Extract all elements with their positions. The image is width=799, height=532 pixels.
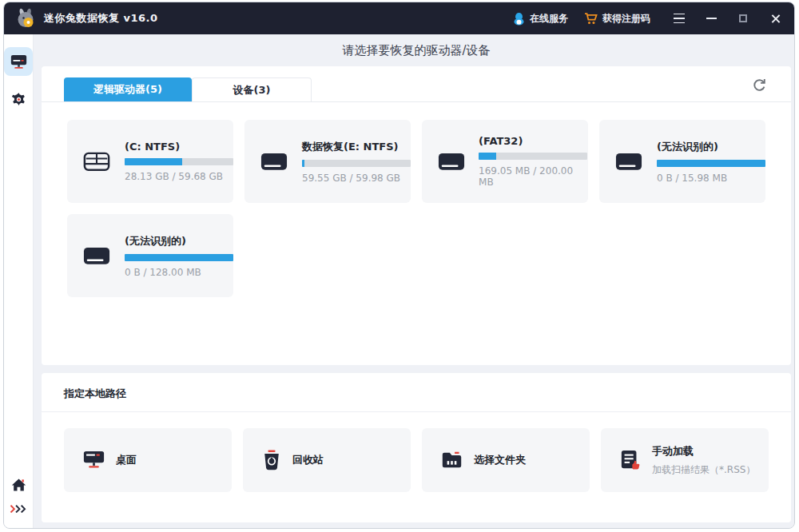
path-card-select-folder[interactable]: 选择文件夹 [422, 428, 590, 492]
title-bar: 迷你兔数据恢复 v16.0 在线服务 获得注册码 [4, 2, 794, 34]
cart-icon [584, 13, 598, 25]
drive-grid: (C: NTFS) 28.13 GB / 59.68 GB [67, 120, 765, 297]
drive-name: 数据恢复(E: NTFS) [302, 140, 411, 154]
app-logo-rabbit-icon [15, 8, 36, 29]
drive-name: (FAT32) [479, 135, 588, 147]
close-button[interactable] [769, 12, 781, 25]
drive-card-unknown-1[interactable]: (无法识别的) 0 B / 15.98 MB [599, 120, 765, 203]
path-sublabel: 加载扫描结果（*.RSS） [652, 463, 755, 477]
drive-size: 59.55 GB / 59.98 GB [302, 173, 411, 184]
drive-size: 169.05 MB / 200.00 MB [479, 165, 588, 188]
tab-devices[interactable]: 设备(3) [192, 77, 312, 101]
sidebar-item-settings[interactable] [11, 92, 26, 107]
drive-usage-bar [657, 160, 765, 167]
desktop-icon [83, 451, 105, 469]
gear-icon [11, 92, 26, 107]
drive-size: 0 B / 128.00 MB [125, 267, 233, 278]
app-window: 迷你兔数据恢复 v16.0 在线服务 获得注册码 [3, 2, 795, 529]
local-paths-title: 指定本地路径 [42, 373, 791, 412]
drive-card-c[interactable]: (C: NTFS) 28.13 GB / 59.68 GB [67, 120, 233, 203]
hard-drive-icon [260, 152, 291, 172]
drive-card-unknown-2[interactable]: (无法识别的) 0 B / 128.00 MB [67, 214, 233, 297]
home-icon [11, 478, 26, 491]
online-service-button[interactable]: 在线服务 [513, 12, 568, 26]
sidebar-expand-button[interactable] [10, 505, 27, 513]
drive-usage-bar [125, 254, 233, 261]
page-title: 请选择要恢复的驱动器/设备 [42, 34, 791, 66]
menu-button[interactable] [673, 12, 686, 25]
sidebar-item-drives[interactable] [4, 47, 33, 76]
get-license-button[interactable]: 获得注册码 [584, 12, 650, 26]
path-card-recycle-bin[interactable]: 回收站 [243, 428, 411, 492]
drive-card-fat32[interactable]: (FAT32) 169.05 MB / 200.00 MB [422, 120, 588, 203]
main-area: 请选择要恢复的驱动器/设备 逻辑驱动器(5) 设备(3) [34, 34, 795, 529]
drive-name: (无法识别的) [125, 234, 233, 248]
drive-card-e[interactable]: 数据恢复(E: NTFS) 59.55 GB / 59.98 GB [244, 120, 411, 203]
minimize-button[interactable] [705, 12, 718, 25]
path-card-manual-load[interactable]: 手动加载 加载扫描结果（*.RSS） [601, 428, 769, 492]
drive-usage-bar [125, 158, 233, 165]
path-label: 桌面 [116, 453, 137, 467]
qq-penguin-icon [513, 12, 525, 26]
drives-panel: 逻辑驱动器(5) 设备(3) [42, 66, 791, 365]
sidebar-item-home[interactable] [11, 478, 26, 491]
tab-logical-drives[interactable]: 逻辑驱动器(5) [64, 77, 192, 101]
path-card-desktop[interactable]: 桌面 [64, 428, 232, 492]
drive-name: (C: NTFS) [125, 141, 233, 153]
drive-size: 0 B / 15.98 MB [657, 173, 765, 184]
drive-usage-bar [479, 153, 587, 160]
path-label: 回收站 [292, 453, 324, 467]
local-paths-panel: 指定本地路径 桌面 [42, 373, 791, 522]
tab-bar: 逻辑驱动器(5) 设备(3) [42, 66, 791, 102]
triple-chevron-icon [10, 505, 27, 513]
drive-name: (无法识别的) [657, 140, 765, 154]
drive-usage-bar [302, 160, 411, 167]
hard-drive-outline-icon [83, 152, 113, 172]
app-title: 迷你兔数据恢复 v16.0 [44, 11, 158, 26]
folder-icon [441, 451, 463, 470]
path-label: 选择文件夹 [474, 453, 526, 467]
refresh-button[interactable] [752, 77, 767, 96]
local-path-grid: 桌面 回收站 [64, 428, 769, 492]
hard-drive-icon [615, 152, 646, 172]
refresh-icon [752, 77, 767, 93]
path-label: 手动加载 [652, 444, 755, 459]
sidebar [4, 34, 34, 529]
manual-load-icon [620, 450, 641, 470]
hard-drive-icon [438, 152, 467, 172]
drive-size: 28.13 GB / 59.68 GB [125, 171, 233, 182]
recycle-bin-icon [262, 450, 281, 470]
monitor-icon [10, 54, 27, 69]
hard-drive-icon [83, 246, 113, 266]
maximize-button[interactable] [737, 12, 749, 25]
